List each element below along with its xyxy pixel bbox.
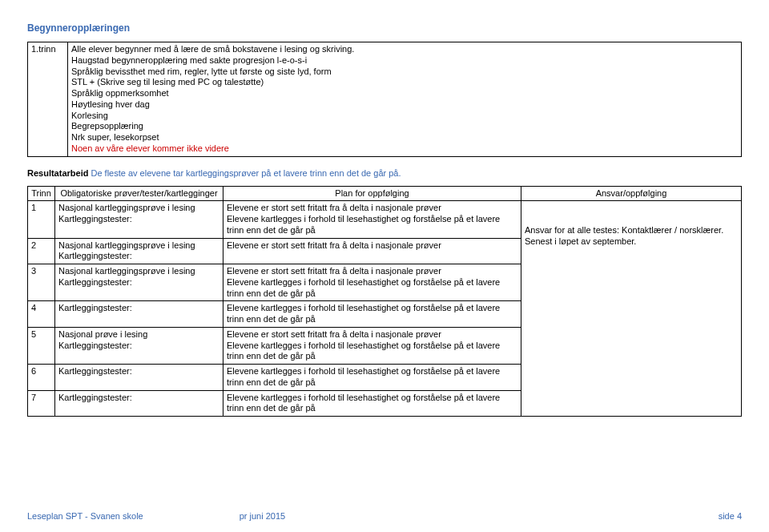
intro-table: 1.trinn Alle elever begynner med å lære … <box>27 42 742 157</box>
intro-red-line: Noen av våre elever kommer ikke videre <box>71 143 738 155</box>
intro-line: Språklig bevissthet med rim, regler, lyt… <box>71 66 738 78</box>
intro-content: Alle elever begynner med å lære de små b… <box>68 42 742 157</box>
cell-trinn: 5 <box>28 327 55 364</box>
results-table: Trinn Obligatoriske prøver/tester/kartle… <box>27 186 742 417</box>
page-footer: Leseplan SPT - Svanen skole pr juni 2015… <box>27 511 742 521</box>
cell-trinn: 4 <box>28 301 55 328</box>
result-heading-rest: De fleste av elevene tar kartleggingsprø… <box>91 168 401 178</box>
cell-trinn: 7 <box>28 390 55 417</box>
table-header-row: Trinn Obligatoriske prøver/tester/kartle… <box>28 186 742 201</box>
intro-line: Nrk super, lesekorpset <box>71 132 738 143</box>
cell-tests: Nasjonal prøve i lesing Kartleggingstest… <box>55 327 223 364</box>
cell-trinn: 1 <box>28 201 55 238</box>
cell-plan: Elevene kartlegges i forhold til lesehas… <box>223 390 521 417</box>
section-heading: Begynneropplæringen <box>27 22 742 34</box>
intro-line: Haugstad begynneropplæring med sakte pro… <box>71 55 738 66</box>
cell-trinn: 2 <box>28 238 55 264</box>
intro-row-label: 1.trinn <box>28 42 68 157</box>
footer-right: side 4 <box>719 511 742 521</box>
intro-line: Språklig oppmerksomhet <box>71 88 738 99</box>
cell-tests: Kartleggingstester: <box>55 390 223 417</box>
intro-line: Alle elever begynner med å lære de små b… <box>71 44 738 55</box>
col-tests: Obligatoriske prøver/tester/kartlegginge… <box>55 186 223 201</box>
intro-line: STL + (Skrive seg til lesing med PC og t… <box>71 77 738 88</box>
cell-tests: Nasjonal kartleggingsprøve i lesing Kart… <box>55 238 223 264</box>
footer-left: Leseplan SPT - Svanen skole <box>27 511 143 521</box>
col-plan: Plan for oppfølging <box>223 186 521 201</box>
result-heading-bold: Resultatarbeid <box>27 168 88 178</box>
table-row: 1 Nasjonal kartleggingsprøve i lesing Ka… <box>28 201 742 238</box>
cell-tests: Kartleggingstester: <box>55 365 223 391</box>
result-heading: Resultatarbeid De fleste av elevene tar … <box>27 168 742 178</box>
intro-line: Høytlesing hver dag <box>71 99 738 111</box>
col-trinn: Trinn <box>28 186 55 201</box>
cell-trinn: 3 <box>28 264 55 301</box>
cell-tests: Nasjonal kartleggingsprøve i lesing Kart… <box>55 201 223 238</box>
footer-mid: pr juni 2015 <box>143 511 719 521</box>
intro-line: Korlesing <box>71 111 738 122</box>
cell-plan: Elevene er stort sett fritatt fra å delt… <box>223 264 521 301</box>
cell-plan: Elevene er stort sett fritatt fra å delt… <box>223 238 521 264</box>
cell-plan: Elevene kartlegges i forhold til lesehas… <box>223 301 521 328</box>
col-ansvar: Ansvar/oppfølging <box>521 186 742 201</box>
cell-plan: Elevene kartlegges i forhold til lesehas… <box>223 365 521 391</box>
cell-ansvar: Ansvar for at alle testes: Kontaktlærer … <box>521 201 742 417</box>
cell-tests: Nasjonal kartleggingsprøve i lesing Kart… <box>55 264 223 301</box>
cell-tests: Kartleggingstester: <box>55 301 223 328</box>
cell-plan: Elevene er stort sett fritatt fra å delt… <box>223 327 521 364</box>
cell-plan: Elevene er stort sett fritatt fra å delt… <box>223 201 521 238</box>
cell-trinn: 6 <box>28 365 55 391</box>
intro-line: Begrepsopplæring <box>71 121 738 132</box>
ansvar-text: Ansvar for at alle testes: Kontaktlærer … <box>525 225 723 246</box>
